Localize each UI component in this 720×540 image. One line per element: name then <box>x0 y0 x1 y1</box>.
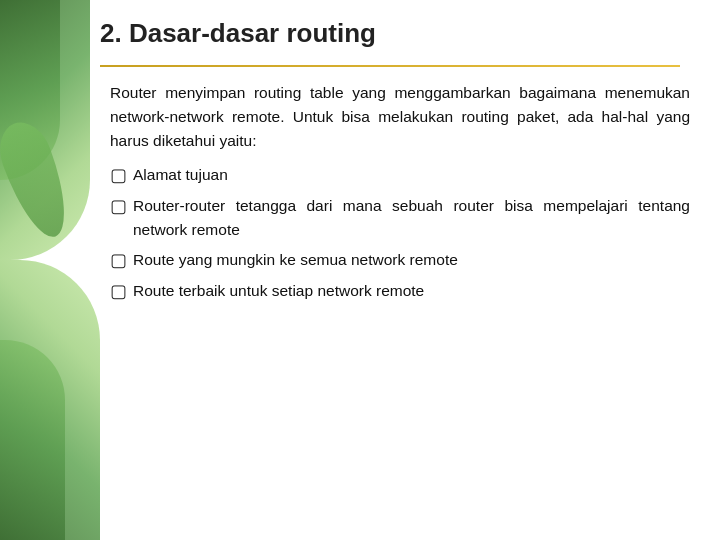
title-underline <box>100 65 680 67</box>
list-item: ▢ Router-router tetangga dari mana sebua… <box>110 194 690 242</box>
main-content: 2. Dasar-dasar routing Router menyimpan … <box>0 0 720 540</box>
bullet-icon-2: ▢ <box>110 194 127 219</box>
list-item: ▢ Route yang mungkin ke semua network re… <box>110 248 690 273</box>
bullet-text-4: Route terbaik untuk setiap network remot… <box>133 279 690 303</box>
bullet-icon-1: ▢ <box>110 163 127 188</box>
list-item: ▢ Alamat tujuan <box>110 163 690 188</box>
page-title: 2. Dasar-dasar routing <box>100 18 690 49</box>
bullet-icon-3: ▢ <box>110 248 127 273</box>
intro-paragraph: Router menyimpan routing table yang meng… <box>110 81 690 153</box>
bullet-text-1: Alamat tujuan <box>133 163 690 187</box>
bullet-text-3: Route yang mungkin ke semua network remo… <box>133 248 690 272</box>
list-item: ▢ Route terbaik untuk setiap network rem… <box>110 279 690 304</box>
bullet-icon-4: ▢ <box>110 279 127 304</box>
bullet-text-2: Router-router tetangga dari mana sebuah … <box>133 194 690 242</box>
